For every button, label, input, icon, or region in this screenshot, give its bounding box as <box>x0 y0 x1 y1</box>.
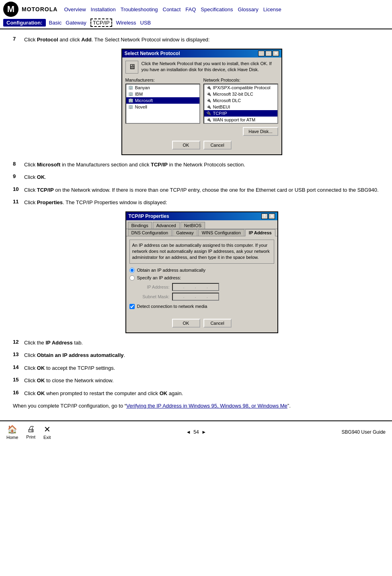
maximize-btn[interactable]: □ <box>265 51 272 56</box>
subnet-seg3[interactable] <box>197 294 206 299</box>
radio-auto-ip[interactable]: Obtain an IP address automatically <box>129 268 274 273</box>
step-8: 8 Click Microsoft in the Manufacturers s… <box>13 161 379 169</box>
nav-faq[interactable]: FAQ <box>185 6 196 12</box>
proto-tcpip[interactable]: 🔌 TCP/IP <box>204 110 277 117</box>
config-basic[interactable]: Basic <box>49 20 62 26</box>
config-gateway[interactable]: Gateway <box>66 20 86 26</box>
nav-links: Overview Installation Troubleshooting Co… <box>64 6 389 12</box>
proto-netbeui-icon: 🔌 <box>206 104 211 110</box>
mfr-ibm-icon: 🏢 <box>128 91 133 97</box>
step-text-13: Click Obtain an IP address automatically… <box>24 351 379 359</box>
radio-specify-ip-input[interactable] <box>129 275 135 281</box>
top-nav: M MOTOROLA Overview Installation Trouble… <box>0 0 392 29</box>
proto-ms32dlc[interactable]: 🔌 Microsoft 32-bit DLC <box>204 91 277 97</box>
tab-dns-config[interactable]: DNS Configuration <box>128 229 172 236</box>
tab-gateway[interactable]: Gateway <box>172 229 197 236</box>
dialog-snp: Select Network Protocol _ □ ✕ 🖥 Click th… <box>121 49 282 155</box>
detect-label: Detect connection to network media <box>137 304 207 309</box>
tab-advanced[interactable]: Advanced <box>153 222 180 229</box>
mfr-novell[interactable]: 🏢 Novell <box>126 104 199 110</box>
minimize-btn[interactable]: _ <box>258 51 265 56</box>
tab-wins-config[interactable]: WINS Configuration <box>198 229 244 236</box>
radio-auto-ip-label: Obtain an IP address automatically <box>137 268 205 273</box>
protocols-list[interactable]: 🔌 IPX/SPX-compatible Protocol 🔌 Microsof… <box>203 84 278 124</box>
tcpip-ok-button[interactable]: OK <box>172 319 200 328</box>
ip-seg3[interactable] <box>197 284 206 290</box>
manufacturers-list[interactable]: 🏢 Banyan 🏢 IBM 🏢 Microsoft <box>125 84 200 124</box>
config-tcpip-active[interactable]: TCP/IP <box>90 18 112 27</box>
tab-netbios[interactable]: NetBIOS <box>181 222 205 229</box>
mfr-novell-icon: 🏢 <box>128 104 133 110</box>
step-12: 12 Click the IP Address tab. <box>13 339 379 347</box>
main-content: 7 Click Protocol and click Add. The Sele… <box>0 29 392 420</box>
nav-contact[interactable]: Contact <box>163 6 181 12</box>
footer-home[interactable]: 🏠 Home <box>6 424 18 440</box>
proto-msdlc[interactable]: 🔌 Microsoft DLC <box>204 97 277 104</box>
proto-wan-icon: 🔌 <box>206 117 211 123</box>
nav-row1: M MOTOROLA Overview Installation Trouble… <box>0 1 392 18</box>
snp-ok-button[interactable]: OK <box>172 141 200 150</box>
ip-seg1[interactable] <box>174 284 183 290</box>
proto-netbeui[interactable]: 🔌 NetBEUI <box>204 104 277 110</box>
config-wireless[interactable]: Wireless <box>116 20 136 26</box>
detect-checkbox[interactable] <box>129 304 135 309</box>
screenshot-tcpip: TCP/IP Properties ? ✕ Bindings Advanced … <box>24 211 379 333</box>
proto-ipxspx[interactable]: 🔌 IPX/SPX-compatible Protocol <box>204 84 277 91</box>
verifying-link[interactable]: Verifying the IP Address in Windows 95, … <box>126 403 287 409</box>
mfr-microsoft[interactable]: 🏢 Microsoft <box>126 97 199 104</box>
subnet-mask-row: Subnet Mask: . . . <box>138 293 274 301</box>
ip-address-input[interactable]: . . . <box>172 283 219 291</box>
nav-troubleshooting[interactable]: Troubleshooting <box>121 6 158 12</box>
tab-ip-address[interactable]: IP Address <box>245 229 275 236</box>
proto-msdlc-icon: 🔌 <box>206 98 211 103</box>
close-btn[interactable]: ✕ <box>273 51 279 56</box>
tcpip-cancel-button[interactable]: Cancel <box>203 319 232 328</box>
tcpip-close-btn[interactable]: ✕ <box>269 213 275 219</box>
nav-specifications[interactable]: Specifications <box>201 6 233 12</box>
tcpip-title-bar: TCP/IP Properties ? ✕ <box>126 212 277 220</box>
tcpip-tabs-row2: DNS Configuration Gateway WINS Configura… <box>126 229 277 236</box>
footer-exit[interactable]: ✕ Exit <box>43 424 51 440</box>
radio-specify-ip-label: Specify an IP address: <box>137 275 181 280</box>
step-text-7: Click Protocol and click Add. The Select… <box>24 36 379 44</box>
radio-specify-ip[interactable]: Specify an IP address: <box>129 275 274 281</box>
home-label: Home <box>6 435 18 440</box>
prev-arrow[interactable]: ◄ <box>186 429 191 435</box>
snp-cancel-button[interactable]: Cancel <box>203 141 232 150</box>
subnet-mask-input[interactable]: . . . <box>172 293 219 301</box>
step-text-12: Click the IP Address tab. <box>24 339 379 347</box>
print-label: Print <box>26 435 35 439</box>
subnet-seg1[interactable] <box>174 294 183 299</box>
mfr-ibm[interactable]: 🏢 IBM <box>126 91 199 97</box>
proto-wan[interactable]: 🔌 WAN support for ATM <box>204 117 277 123</box>
tcpip-help-btn[interactable]: ? <box>261 213 268 219</box>
have-disk-area: Have Disk... <box>125 127 278 136</box>
step-num-11: 11 <box>13 199 24 205</box>
step-text-16: Click OK when prompted to restart the co… <box>24 389 379 398</box>
nav-installation[interactable]: Installation <box>91 6 116 12</box>
have-disk-button[interactable]: Have Disk... <box>243 127 278 136</box>
next-arrow[interactable]: ► <box>201 429 206 435</box>
step-num-14: 14 <box>13 364 24 370</box>
ip-address-label: IP Address: <box>138 285 170 289</box>
ip-seg2[interactable] <box>185 284 194 290</box>
ip-seg4[interactable] <box>209 284 218 290</box>
exit-label: Exit <box>43 435 51 440</box>
step-9: 9 Click OK. <box>13 173 379 181</box>
nav-glossary[interactable]: Glossary <box>238 6 259 12</box>
footer-print[interactable]: 🖨 Print <box>26 424 35 439</box>
subnet-seg2[interactable] <box>185 294 194 299</box>
config-label: Configuration: <box>3 19 46 27</box>
nav-license[interactable]: License <box>263 6 281 12</box>
ip-address-row: IP Address: . . . <box>138 283 274 291</box>
nav-overview[interactable]: Overview <box>64 6 86 12</box>
mfr-banyan[interactable]: 🏢 Banyan <box>126 84 199 91</box>
subnet-seg4[interactable] <box>209 294 218 299</box>
config-usb[interactable]: USB <box>140 20 151 26</box>
address-fields: IP Address: . . . Subnet Mask: <box>138 283 274 301</box>
radio-auto-ip-input[interactable] <box>129 268 135 273</box>
tab-bindings[interactable]: Bindings <box>128 222 152 229</box>
snp-footer: OK Cancel <box>125 139 278 151</box>
step-text-11: Click Properties. The TCP/IP Properties … <box>24 199 379 207</box>
motorola-logo: M <box>3 2 18 17</box>
